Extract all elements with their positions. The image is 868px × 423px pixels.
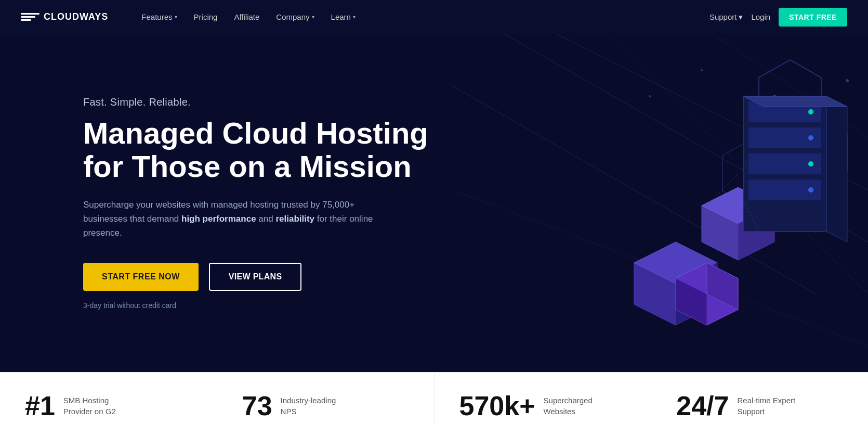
logo-link[interactable]: CLOUDWAYS [21, 11, 108, 23]
svg-marker-28 [826, 96, 847, 242]
hero-section: Fast. Simple. Reliable. Managed Cloud Ho… [0, 34, 868, 372]
hero-illustration [452, 34, 868, 372]
stats-bar: #1 SMB Hosting Provider on G2 73 Industr… [0, 372, 868, 423]
nav-features[interactable]: Features ▾ [134, 8, 184, 25]
logo-bar-2 [21, 16, 35, 18]
svg-point-12 [649, 95, 651, 97]
trial-note: 3-day trial without credit card [83, 301, 437, 310]
logo-bar-1 [21, 13, 40, 15]
chevron-down-icon: ▾ [175, 14, 177, 20]
logo-icon [21, 11, 40, 23]
view-plans-button[interactable]: VIEW PLANS [209, 263, 302, 291]
stat-item-3: 570k+ Supercharged Websites [435, 373, 652, 423]
stat-number-4: 24/7 [676, 392, 729, 419]
nav-login[interactable]: Login [751, 12, 770, 21]
chevron-down-icon: ▾ [312, 14, 314, 20]
nav-right: Support ▾ Login START FREE [709, 8, 847, 27]
navigation: CLOUDWAYS Features ▾ Pricing Affiliate C… [0, 0, 868, 34]
hero-subtitle: Fast. Simple. Reliable. [83, 96, 437, 108]
stat-number-3: 570k+ [459, 392, 535, 419]
nav-links: Features ▾ Pricing Affiliate Company ▾ L… [134, 8, 709, 25]
stat-item-2: 73 Industry-leading NPS [217, 373, 435, 423]
stat-label-2: Industry-leading NPS [281, 395, 343, 417]
svg-point-25 [808, 135, 813, 140]
nav-learn[interactable]: Learn ▾ [324, 8, 363, 25]
svg-point-27 [808, 187, 813, 193]
stat-label-4: Real-time Expert Support [737, 395, 799, 417]
svg-point-10 [846, 79, 849, 82]
svg-point-26 [808, 161, 813, 166]
hero-svg [452, 34, 868, 372]
chevron-down-icon: ▾ [353, 14, 356, 20]
hero-buttons: START FREE NOW VIEW PLANS [83, 263, 437, 291]
stat-number-2: 73 [242, 392, 272, 419]
stat-item-1: #1 SMB Hosting Provider on G2 [0, 373, 217, 423]
nav-affiliate[interactable]: Affiliate [227, 8, 267, 25]
logo-bar-3 [21, 19, 31, 21]
stat-number-1: #1 [25, 392, 55, 419]
nav-support[interactable]: Support ▾ [709, 12, 743, 22]
chevron-down-icon: ▾ [739, 12, 743, 22]
nav-company[interactable]: Company ▾ [269, 8, 321, 25]
nav-start-free-button[interactable]: START FREE [779, 8, 847, 27]
stat-label-3: Supercharged Websites [544, 395, 606, 417]
hero-content: Fast. Simple. Reliable. Managed Cloud Ho… [83, 96, 437, 310]
svg-point-11 [701, 69, 703, 71]
hero-description: Supercharge your websites with managed h… [83, 198, 395, 240]
nav-pricing[interactable]: Pricing [187, 8, 225, 25]
svg-point-24 [808, 109, 813, 114]
hero-title: Managed Cloud Hosting for Those on a Mis… [83, 117, 437, 183]
stat-item-4: 24/7 Real-time Expert Support [651, 373, 868, 423]
stat-label-1: SMB Hosting Provider on G2 [63, 395, 126, 417]
brand-name: CLOUDWAYS [44, 11, 108, 22]
start-free-now-button[interactable]: START FREE NOW [83, 263, 199, 291]
